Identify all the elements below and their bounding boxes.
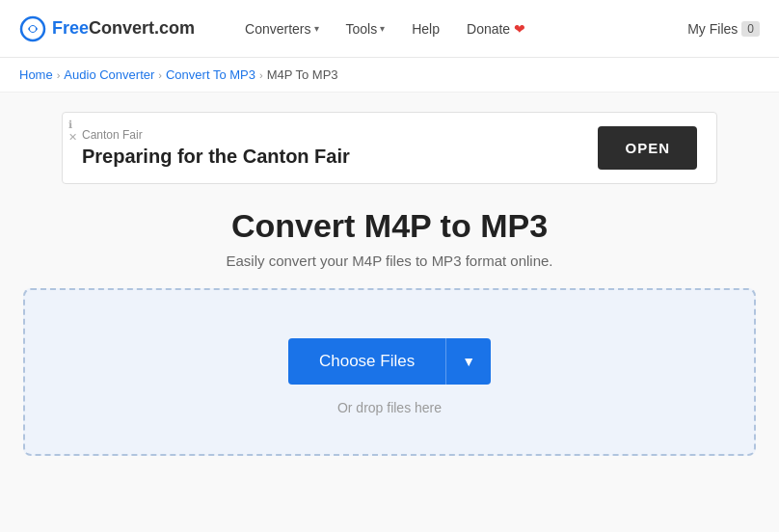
header: FreeConvert.com Converters ▾ Tools ▾ Hel… (0, 0, 779, 58)
breadcrumb-audio-converter[interactable]: Audio Converter (64, 67, 154, 82)
choose-files-button[interactable]: Choose Files (288, 338, 445, 385)
heart-icon: ❤ (514, 21, 525, 37)
ad-info-icon[interactable]: ℹ (68, 119, 77, 131)
breadcrumb-sep-3: › (259, 69, 263, 81)
logo[interactable]: FreeConvert.com (19, 15, 195, 42)
ad-info-area: ℹ ✕ (68, 119, 77, 144)
ad-text-area: Canton Fair Preparing for the Canton Fai… (82, 128, 350, 168)
choose-files-container: Choose Files ▼ (288, 338, 491, 385)
nav: Converters ▾ Tools ▾ Help Donate ❤ (233, 13, 687, 44)
ad-open-button[interactable]: OPEN (598, 126, 697, 170)
nav-donate[interactable]: Donate ❤ (455, 13, 537, 44)
logo-text: FreeConvert.com (52, 18, 195, 39)
breadcrumb: Home › Audio Converter › Convert To MP3 … (0, 58, 779, 93)
converters-chevron-icon: ▾ (314, 23, 319, 34)
breadcrumb-convert-to-mp3[interactable]: Convert To MP3 (166, 67, 255, 82)
main-content: ℹ ✕ Canton Fair Preparing for the Canton… (0, 93, 779, 532)
breadcrumb-current: M4P To MP3 (267, 67, 338, 82)
choose-files-dropdown-button[interactable]: ▼ (445, 338, 491, 385)
drop-text: Or drop files here (44, 400, 735, 415)
tools-chevron-icon: ▾ (380, 23, 385, 34)
svg-point-1 (30, 26, 36, 32)
breadcrumb-home[interactable]: Home (19, 67, 53, 82)
drop-zone[interactable]: Choose Files ▼ Or drop files here (23, 288, 756, 456)
breadcrumb-sep-2: › (158, 69, 162, 81)
nav-help[interactable]: Help (400, 13, 451, 44)
nav-tools[interactable]: Tools ▾ (335, 13, 397, 44)
ad-banner: ℹ ✕ Canton Fair Preparing for the Canton… (62, 112, 717, 184)
nav-converters[interactable]: Converters ▾ (233, 13, 330, 44)
files-count-badge: 0 (741, 21, 760, 37)
page-subtitle: Easily convert your M4P files to MP3 for… (19, 253, 760, 269)
dropdown-arrow-icon: ▼ (462, 354, 475, 369)
page-title: Convert M4P to MP3 (19, 207, 760, 245)
ad-main-text: Preparing for the Canton Fair (82, 146, 350, 168)
page-heading: Convert M4P to MP3 Easily convert your M… (19, 207, 760, 269)
breadcrumb-sep-1: › (57, 69, 61, 81)
my-files[interactable]: My Files 0 (687, 21, 760, 37)
logo-icon (19, 15, 46, 42)
ad-close-icon[interactable]: ✕ (68, 131, 77, 144)
ad-small-text: Canton Fair (82, 128, 350, 142)
